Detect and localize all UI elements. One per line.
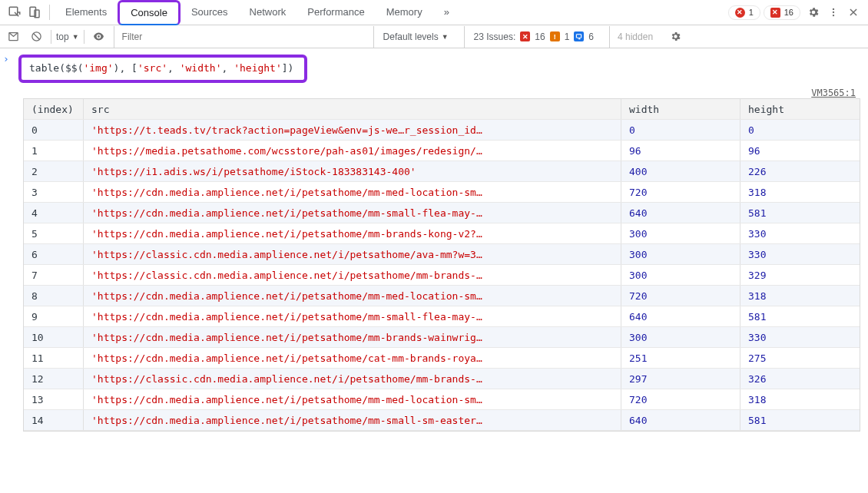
cell-index: 11 — [24, 348, 84, 368]
tab-elements[interactable]: Elements — [55, 0, 118, 25]
inspect-icon[interactable] — [5, 2, 25, 22]
cell-index: 7 — [24, 265, 84, 285]
sidebar-toggle-icon[interactable] — [5, 28, 22, 45]
cell-height: 326 — [740, 369, 860, 389]
cell-width: 96 — [621, 141, 740, 160]
hidden-messages-note[interactable]: 4 hidden — [609, 26, 661, 48]
device-toggle-icon[interactable] — [25, 2, 45, 22]
chevron-down-icon: ▼ — [442, 33, 449, 41]
cell-width: 640 — [621, 306, 740, 326]
table-row[interactable]: 1'https://media.petsathome.com/wcsstore/… — [24, 141, 860, 161]
col-header-src[interactable]: src — [84, 99, 621, 119]
tab-network[interactable]: Network — [239, 0, 297, 25]
chevron-down-icon: ▼ — [72, 33, 79, 41]
table-row[interactable]: 13'https://cdn.media.amplience.net/i/pet… — [24, 389, 860, 410]
warning-count-pill[interactable]: ✕ 16 — [764, 5, 800, 20]
cell-src: 'https://cdn.media.amplience.net/i/petsa… — [84, 182, 621, 202]
table-row[interactable]: 14'https://cdn.media.amplience.net/i/pet… — [24, 410, 860, 431]
cell-width: 300 — [621, 223, 740, 243]
tab-console[interactable]: Console — [118, 0, 181, 25]
cell-index: 8 — [24, 286, 84, 306]
table-row[interactable]: 10'https://cdn.media.amplience.net/i/pet… — [24, 327, 860, 348]
clear-console-icon[interactable] — [28, 28, 45, 45]
cell-index: 6 — [24, 244, 84, 264]
cell-width: 720 — [621, 286, 740, 306]
tab-memory[interactable]: Memory — [376, 0, 433, 25]
cell-height: 330 — [740, 244, 860, 264]
cell-height: 275 — [740, 348, 860, 368]
table-row[interactable]: 5'https://cdn.media.amplience.net/i/pets… — [24, 223, 860, 244]
svg-point-3 — [833, 8, 834, 10]
console-table-output: (index) src width height 0'https://t.tea… — [23, 98, 860, 432]
table-row[interactable]: 11'https://cdn.media.amplience.net/i/pet… — [24, 348, 860, 369]
context-selector[interactable]: top ▼ — [51, 30, 84, 44]
table-row[interactable]: 0'https://t.teads.tv/track?action=pageVi… — [24, 120, 860, 141]
issues-warn-count: 1 — [565, 31, 570, 42]
log-levels-selector[interactable]: Default levels ▼ — [373, 26, 458, 48]
cell-height: 329 — [740, 265, 860, 285]
table-row[interactable]: 7'https://classic.cdn.media.amplience.ne… — [24, 265, 860, 286]
executed-command: table($$('img'), ['src', 'width', 'heigh… — [18, 55, 307, 83]
cell-index: 4 — [24, 203, 84, 223]
cell-height: 0 — [740, 120, 860, 140]
cell-height: 226 — [740, 161, 860, 181]
cell-width: 0 — [621, 120, 740, 140]
cell-height: 581 — [740, 203, 860, 223]
issues-summary[interactable]: 23 Issues: ✕ 16 ! 1 🗨 6 — [464, 26, 603, 48]
table-row[interactable]: 2'https://i1.adis.ws/i/petsathome/iStock… — [24, 161, 860, 182]
col-header-width[interactable]: width — [621, 99, 740, 119]
gear-icon[interactable] — [803, 2, 823, 22]
cell-height: 96 — [740, 141, 860, 160]
cell-src: 'https://cdn.media.amplience.net/i/petsa… — [84, 223, 621, 243]
close-icon[interactable] — [843, 2, 863, 22]
issues-error-count: 16 — [535, 31, 545, 42]
cell-width: 720 — [621, 182, 740, 202]
cell-width: 300 — [621, 327, 740, 347]
col-header-index[interactable]: (index) — [24, 99, 84, 119]
filter-input[interactable] — [114, 26, 367, 48]
live-expression-icon[interactable] — [91, 28, 108, 45]
warn-square-icon: ✕ — [770, 8, 780, 18]
cell-index: 1 — [24, 141, 84, 160]
warning-square-icon: ! — [550, 31, 560, 41]
cell-index: 12 — [24, 369, 84, 389]
cell-width: 251 — [621, 348, 740, 368]
cell-height: 581 — [740, 306, 860, 326]
table-row[interactable]: 12'https://classic.cdn.media.amplience.n… — [24, 369, 860, 389]
col-header-height[interactable]: height — [740, 99, 860, 119]
error-count-pill[interactable]: ✕ 1 — [728, 5, 760, 20]
cell-height: 318 — [740, 182, 860, 202]
cell-index: 10 — [24, 327, 84, 347]
divider — [49, 5, 50, 20]
cell-width: 640 — [621, 410, 740, 430]
cell-index: 13 — [24, 389, 84, 409]
table-row[interactable]: 9'https://cdn.media.amplience.net/i/pets… — [24, 306, 860, 327]
cell-height: 318 — [740, 286, 860, 306]
cell-src: 'https://cdn.media.amplience.net/i/petsa… — [84, 203, 621, 223]
levels-label: Default levels — [383, 31, 439, 42]
cell-index: 0 — [24, 120, 84, 140]
cell-src: 'https://cdn.media.amplience.net/i/petsa… — [84, 327, 621, 347]
table-row[interactable]: 8'https://cdn.media.amplience.net/i/pets… — [24, 286, 860, 306]
svg-point-5 — [833, 15, 834, 16]
tab-sources[interactable]: Sources — [181, 0, 239, 25]
cell-src: 'https://classic.cdn.media.amplience.net… — [84, 265, 621, 285]
tab-performance[interactable]: Performance — [297, 0, 375, 25]
error-count: 1 — [749, 8, 754, 17]
cell-height: 330 — [740, 223, 860, 243]
table-row[interactable]: 4'https://cdn.media.amplience.net/i/pets… — [24, 203, 860, 223]
kebab-icon[interactable] — [823, 2, 843, 22]
info-square-icon: 🗨 — [574, 31, 584, 41]
console-gear-icon[interactable] — [667, 28, 684, 45]
cell-height: 318 — [740, 389, 860, 409]
tab-more[interactable]: » — [433, 0, 460, 25]
table-row[interactable]: 6'https://classic.cdn.media.amplience.ne… — [24, 244, 860, 265]
cell-height: 330 — [740, 327, 860, 347]
cell-src: 'https://i1.adis.ws/i/petsathome/iStock-… — [84, 161, 621, 181]
cell-src: 'https://cdn.media.amplience.net/i/petsa… — [84, 389, 621, 409]
warning-count: 16 — [784, 8, 793, 17]
prompt-indicator-icon: › — [3, 53, 14, 65]
vm-source-link[interactable]: VM3565:1 — [811, 88, 868, 98]
table-row[interactable]: 3'https://cdn.media.amplience.net/i/pets… — [24, 182, 860, 203]
cell-src: 'https://media.petsathome.com/wcsstore/p… — [84, 141, 621, 160]
